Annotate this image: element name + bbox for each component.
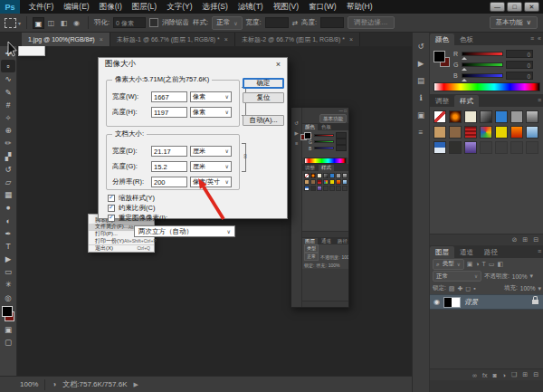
- clone-stamp-tool[interactable]: ▞: [1, 150, 15, 163]
- link-layers-icon[interactable]: ∞: [472, 372, 477, 378]
- style-swatch[interactable]: [317, 179, 322, 185]
- subtract-selection-mode[interactable]: ◧: [58, 17, 70, 29]
- fg-bg-swatches[interactable]: [433, 51, 450, 67]
- dialog-button[interactable]: 复位: [243, 92, 284, 103]
- style-swatch[interactable]: [336, 179, 341, 185]
- style-cream-ring[interactable]: [464, 110, 477, 123]
- width-input[interactable]: [265, 17, 289, 28]
- style-swatch[interactable]: [317, 186, 322, 191]
- panel-tab[interactable]: 通道: [454, 246, 479, 258]
- menu-item[interactable]: 图层(L): [127, 0, 161, 14]
- panel-tab[interactable]: 色板: [454, 33, 479, 45]
- menu-item[interactable]: 文字(Y): [162, 0, 197, 14]
- lasso-tool[interactable]: ∿: [1, 72, 15, 85]
- actions-panel-icon[interactable]: ▶: [294, 130, 298, 136]
- style-swatch[interactable]: [310, 179, 316, 185]
- dodge-tool[interactable]: ◐: [1, 214, 15, 226]
- float-filter-dropdown[interactable]: 类型: [304, 244, 319, 253]
- move-tool[interactable]: ✚: [1, 47, 15, 60]
- style-orange-glow[interactable]: [449, 110, 462, 123]
- style-dropdown[interactable]: 正常 ∨: [212, 16, 242, 30]
- document-tab[interactable]: 未标题-1 @ 66.7% (图层 1, RGB/8) * ×: [110, 33, 235, 46]
- quick-selection-tool[interactable]: ✎: [1, 86, 15, 99]
- menu-item[interactable]: 打印一份(Y) Alt+Shift+Ctrl+P: [89, 238, 154, 244]
- workspace-switcher[interactable]: 基本功能 ∨: [490, 16, 538, 29]
- color-slider[interactable]: [462, 73, 503, 78]
- swap-icon[interactable]: ⇄: [292, 19, 298, 27]
- hand-tool[interactable]: ✳: [1, 278, 15, 291]
- feather-input[interactable]: 0 像素: [113, 17, 146, 28]
- unit-dropdown[interactable]: 像素 ∨: [190, 91, 232, 102]
- status-menu-arrow-icon[interactable]: ▶: [133, 381, 138, 388]
- tab-channels[interactable]: 通道: [319, 238, 334, 244]
- color-slider[interactable]: [314, 147, 334, 149]
- tab-styles[interactable]: 样式: [319, 165, 334, 171]
- panel-menu-icon[interactable]: ≡: [538, 248, 541, 254]
- style-swatch[interactable]: [310, 186, 316, 191]
- style-blue[interactable]: [495, 110, 508, 123]
- close-icon[interactable]: ×: [224, 36, 228, 43]
- fill-value[interactable]: 100%: [520, 285, 536, 292]
- floating-dock-titlebar[interactable]: — □: [302, 108, 348, 114]
- checkbox[interactable]: ✓: [108, 205, 115, 212]
- style-multicolor[interactable]: [480, 126, 492, 139]
- color-value-field[interactable]: [336, 145, 347, 151]
- unit-dropdown[interactable]: 厘米 ∨: [190, 146, 232, 157]
- new-layer-icon[interactable]: ⊞: [522, 371, 528, 378]
- gradient-tool[interactable]: ▦: [1, 188, 15, 201]
- style-empty[interactable]: [510, 141, 523, 154]
- dialog-button[interactable]: 确定: [243, 78, 284, 89]
- tool-preset-dropdown[interactable]: ▾: [5, 18, 21, 28]
- collapse-dock-icon[interactable]: «: [538, 35, 541, 42]
- properties-icon[interactable]: ≡: [419, 128, 424, 137]
- close-icon[interactable]: ×: [349, 36, 353, 43]
- foreground-background-swatches[interactable]: [1, 306, 15, 321]
- color-slider[interactable]: [462, 52, 503, 56]
- checkbox[interactable]: ✓: [108, 215, 115, 222]
- dimension-input[interactable]: 21.17: [151, 146, 187, 157]
- style-gray-gradient[interactable]: [526, 110, 538, 123]
- floating-dock-window-buttons[interactable]: — □: [339, 108, 347, 114]
- layer-filter-dropdown[interactable]: ⌕ 类型 ∨: [433, 259, 464, 270]
- style-swatch[interactable]: [329, 173, 335, 178]
- type-tool[interactable]: T: [1, 240, 15, 253]
- window-button[interactable]: □: [507, 2, 522, 12]
- tab-adjustments[interactable]: 调整: [302, 165, 318, 171]
- info-panel-icon[interactable]: ≡: [295, 140, 298, 146]
- color-slider[interactable]: [314, 134, 334, 137]
- style-swatch[interactable]: [323, 179, 329, 185]
- panel-tab[interactable]: 样式: [454, 95, 479, 107]
- layer-name[interactable]: 背景: [464, 298, 478, 307]
- unit-dropdown[interactable]: 像素 ∨: [190, 107, 232, 118]
- panel-menu-icon[interactable]: ≡: [538, 97, 541, 103]
- menu-item[interactable]: 退出(X) Ctrl+Q: [89, 244, 154, 252]
- unit-dropdown[interactable]: 像素/英寸 ∨: [190, 177, 232, 187]
- style-swatch[interactable]: [304, 173, 310, 178]
- document-tab[interactable]: 1.jpg @ 100%(RGB/8#) ×: [22, 33, 110, 46]
- opacity-value[interactable]: 100%: [512, 273, 528, 280]
- quick-mask-button[interactable]: ▣: [1, 323, 15, 336]
- style-empty[interactable]: [526, 141, 538, 154]
- dialog-button[interactable]: 自动(A)...: [243, 115, 284, 126]
- eyedropper-tool[interactable]: ✧: [1, 111, 15, 124]
- path-selection-tool[interactable]: ▶: [1, 253, 15, 265]
- mini-bridge-icon[interactable]: ▤: [417, 76, 424, 85]
- style-swatch[interactable]: [329, 186, 335, 191]
- color-value-field[interactable]: 0: [506, 72, 533, 80]
- antialias-checkbox[interactable]: [149, 18, 158, 27]
- adjustment-layer-icon[interactable]: ◑: [502, 372, 506, 378]
- tab-color[interactable]: 颜色: [302, 124, 318, 130]
- style-gray[interactable]: [510, 110, 523, 123]
- style-empty[interactable]: [495, 141, 508, 154]
- style-light-blue[interactable]: [526, 126, 538, 139]
- menu-item[interactable]: 视图(V): [268, 0, 303, 14]
- clear-style-icon[interactable]: ⊘: [511, 236, 517, 244]
- panel-tab[interactable]: 图层: [430, 246, 454, 258]
- blur-tool[interactable]: ●: [1, 201, 15, 214]
- style-swatch[interactable]: [323, 186, 329, 191]
- window-button[interactable]: —: [490, 2, 505, 12]
- background-layer-row[interactable]: ◉ 背景: [430, 294, 543, 310]
- color-value-field[interactable]: [336, 132, 347, 139]
- style-swatch[interactable]: [323, 173, 329, 178]
- panel-tab[interactable]: 颜色: [430, 33, 454, 45]
